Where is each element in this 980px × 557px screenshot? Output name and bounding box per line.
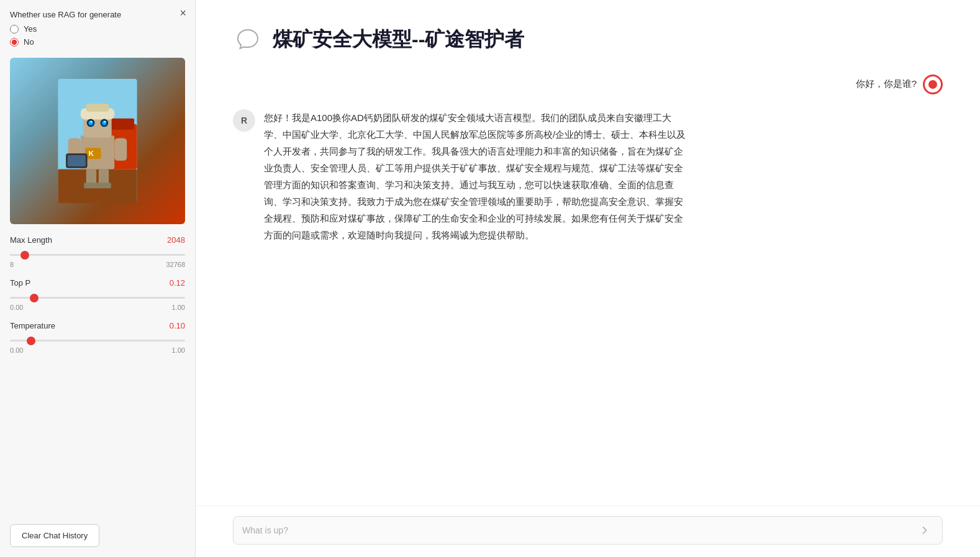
page-title: 煤矿安全大模型--矿途智护者 <box>273 26 524 53</box>
rag-yes-option[interactable]: Yes <box>10 24 185 34</box>
assistant-avatar: R <box>233 109 255 132</box>
top-p-value: 0.12 <box>170 278 185 288</box>
svg-rect-7 <box>86 104 109 112</box>
svg-rect-23 <box>96 183 111 188</box>
chat-bubble-icon <box>233 25 263 55</box>
user-message-text: 你好，你是谁? <box>856 75 917 90</box>
main-chat-area: 煤矿安全大模型--矿途智护者 你好，你是谁? R 您好！我是A100换你AD钙奶… <box>196 0 980 557</box>
send-button[interactable] <box>916 523 933 538</box>
assistant-message-row: R 您好！我是A100换你AD钙奶团队研发的煤矿安全领域大语言模型。我们的团队成… <box>233 109 943 243</box>
temperature-min: 0.00 <box>10 346 23 354</box>
rag-no-option[interactable]: No <box>10 37 185 47</box>
top-p-slider[interactable] <box>10 297 185 299</box>
max-length-label: Max Length <box>10 235 52 245</box>
max-length-max: 32768 <box>166 261 185 268</box>
temperature-value: 0.10 <box>170 321 185 330</box>
user-avatar <box>923 75 943 94</box>
temperature-label: Temperature <box>10 321 55 330</box>
chat-messages: 煤矿安全大模型--矿途智护者 你好，你是谁? R 您好！我是A100换你AD钙奶… <box>196 0 980 505</box>
max-length-section: Max Length 2048 8 32768 <box>10 235 185 268</box>
svg-rect-21 <box>99 169 109 184</box>
robot-image: K <box>10 58 185 224</box>
top-p-label: Top P <box>10 278 30 288</box>
rag-yes-radio[interactable] <box>10 25 19 34</box>
max-length-slider[interactable] <box>10 254 185 256</box>
svg-rect-19 <box>68 155 86 166</box>
chat-input[interactable] <box>242 525 916 535</box>
top-p-max: 1.00 <box>172 304 185 311</box>
input-wrapper <box>233 516 943 545</box>
max-length-value: 2048 <box>167 235 185 245</box>
svg-point-12 <box>91 121 93 123</box>
clear-chat-button[interactable]: Clear Chat History <box>10 524 99 547</box>
user-message-row: 你好，你是谁? <box>233 75 943 94</box>
rag-radio-group: Yes No <box>10 24 185 47</box>
temperature-section: Temperature 0.10 0.00 1.00 <box>10 321 185 354</box>
max-length-min: 8 <box>10 261 14 268</box>
svg-rect-3 <box>109 119 134 130</box>
rag-section: Whether use RAG for generate Yes No <box>10 10 185 47</box>
rag-label: Whether use RAG for generate <box>10 10 185 19</box>
sidebar: × Whether use RAG for generate Yes No <box>0 0 196 557</box>
rag-no-label: No <box>24 37 34 47</box>
chat-title-row: 煤矿安全大模型--矿途智护者 <box>233 25 943 55</box>
input-area <box>196 505 980 557</box>
svg-rect-20 <box>86 169 96 184</box>
assistant-message-text: 您好！我是A100换你AD钙奶团队研发的煤矿安全领域大语言模型。我们的团队成员来… <box>264 109 686 243</box>
temperature-slider[interactable] <box>10 340 185 342</box>
svg-rect-17 <box>114 138 127 160</box>
top-p-section: Top P 0.12 0.00 1.00 <box>10 278 185 311</box>
rag-yes-label: Yes <box>24 24 37 34</box>
user-bubble: 你好，你是谁? <box>856 75 943 94</box>
svg-point-13 <box>104 121 106 123</box>
close-button[interactable]: × <box>179 7 186 19</box>
rag-no-radio[interactable] <box>10 38 19 47</box>
svg-text:K: K <box>88 149 94 158</box>
top-p-min: 0.00 <box>10 304 23 311</box>
temperature-max: 1.00 <box>172 346 185 354</box>
